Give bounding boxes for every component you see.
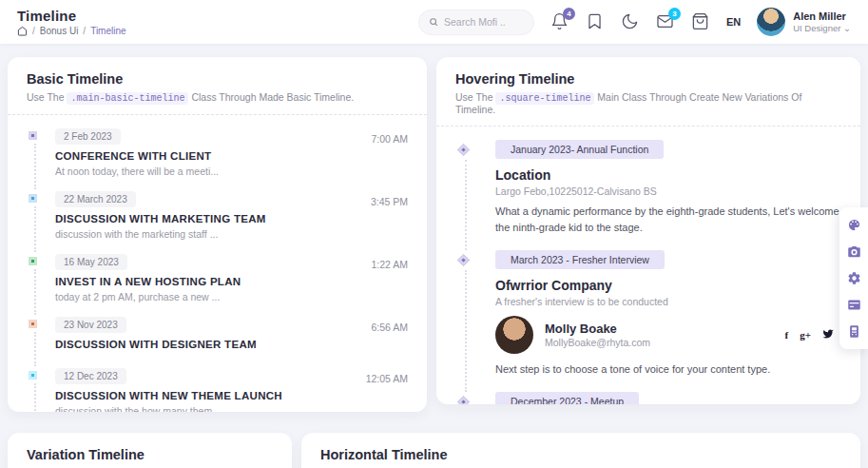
event-paragraph: Next step is to choose a tone of voice f… xyxy=(495,361,839,378)
timeline-item[interactable]: January 2023- Annual Function Location L… xyxy=(457,140,839,250)
cart-button[interactable] xyxy=(691,12,710,31)
contact-avatar xyxy=(495,316,533,354)
date-badge: 2 Feb 2023 xyxy=(55,128,121,145)
event-description: At noon today, there will be a meeti... xyxy=(55,166,371,177)
basic-card-title: Basic Timeline xyxy=(27,71,408,87)
event-title: DISCUSSION WITH MARKETING TEAM xyxy=(55,213,371,224)
basic-timeline-body: 2 Feb 2023 CONFERENCE WITH CLIENT At noo… xyxy=(8,115,427,412)
messages-button[interactable]: 3 xyxy=(656,12,675,31)
breadcrumb-separator: / xyxy=(83,26,86,36)
gear-icon[interactable] xyxy=(847,271,861,285)
hovering-card-header: Hovering Timeline Use The .square-timeli… xyxy=(436,57,860,127)
hovering-timeline-body: January 2023- Annual Function Location L… xyxy=(436,127,860,404)
event-title: DISCUSSION WITH DESIGNER TEAM xyxy=(55,339,371,350)
timeline-connector xyxy=(34,206,36,252)
facebook-icon[interactable]: f xyxy=(785,329,789,341)
date-badge: 22 March 2023 xyxy=(55,191,136,207)
timeline-connector xyxy=(34,332,36,366)
timeline-item[interactable]: 23 Nov 2023 DISCUSSION WITH DESIGNER TEA… xyxy=(27,315,408,366)
timeline-marker xyxy=(457,140,495,250)
diamond-marker xyxy=(457,254,470,266)
bookmark-button[interactable] xyxy=(586,12,605,31)
square-marker xyxy=(29,257,37,265)
event-description: today at 2 pm AM, purchase a new ... xyxy=(55,291,371,302)
period-badge[interactable]: March 2023 - Fresher Interview xyxy=(495,250,665,269)
main-content: Basic Timeline Use The .main-basic-timel… xyxy=(0,44,868,468)
shopping-bag-icon xyxy=(691,12,709,30)
timeline-item[interactable]: 2 Feb 2023 CONFERENCE WITH CLIENT At noo… xyxy=(27,127,408,189)
breadcrumb-section[interactable]: Bonus Ui xyxy=(40,26,79,36)
language-switch[interactable]: EN xyxy=(726,16,741,28)
palette-icon[interactable] xyxy=(847,218,861,232)
diamond-marker xyxy=(457,144,470,156)
timeline-marker xyxy=(27,252,55,315)
user-name: Alen Miller xyxy=(793,10,851,23)
timeline-marker xyxy=(457,250,495,392)
page-title: Timeline xyxy=(17,8,126,24)
hovering-code-snippet: .square-timeline xyxy=(495,92,594,105)
horizontal-timeline-card: Horizontal Timeline Use The square-timel… xyxy=(301,433,860,468)
chevron-down-icon: ⌄ xyxy=(843,23,851,33)
variation-timeline-card: Variation Timeline Use The .activity-dot… xyxy=(8,433,292,468)
event-heading: Location xyxy=(495,167,839,183)
camera-icon[interactable] xyxy=(847,244,861,259)
event-subheading: Largo Febo,10225012-Calvisano BS xyxy=(495,185,839,197)
event-title: DISCUSSION WITH NEW THEME LAUNCH xyxy=(55,390,366,401)
square-marker xyxy=(29,194,37,203)
event-paragraph: What a dynamic performance by the eighth… xyxy=(495,204,839,236)
timeline-item[interactable]: 22 March 2023 DISCUSSION WITH MARKETING … xyxy=(27,189,408,252)
message-badge: 3 xyxy=(668,8,681,20)
notification-button[interactable]: 4 xyxy=(550,12,569,31)
theme-customizer-rail xyxy=(839,207,868,349)
event-time: 7:00 AM xyxy=(371,127,408,189)
period-badge[interactable]: January 2023- Annual Function xyxy=(495,140,664,159)
user-avatar xyxy=(757,8,785,36)
hovering-timeline-card: Hovering Timeline Use The .square-timeli… xyxy=(436,57,860,404)
period-badge[interactable]: December 2023 - Meetup xyxy=(495,392,639,404)
search-input[interactable] xyxy=(444,16,524,28)
timeline-marker xyxy=(27,127,55,189)
variation-card-title: Variation Timeline xyxy=(27,447,273,462)
date-badge: 12 Dec 2023 xyxy=(55,368,126,384)
contact-email: MollyBoake@rhyta.com xyxy=(545,337,650,348)
basic-card-description: Use The .main-basic-timeline Class Throu… xyxy=(27,91,408,104)
timeline-marker xyxy=(457,392,495,404)
timeline-item[interactable]: 16 May 2023 INVEST IN A NEW HOSTING PLAN… xyxy=(27,252,408,315)
event-description: discussion with the how many them... xyxy=(55,405,366,412)
breadcrumb: / Bonus Ui / Timeline xyxy=(17,26,126,36)
calculator-icon[interactable] xyxy=(847,324,861,339)
basic-timeline-card: Basic Timeline Use The .main-basic-timel… xyxy=(8,57,427,412)
breadcrumb-current: Timeline xyxy=(90,26,125,36)
square-marker xyxy=(29,320,37,328)
event-heading: Ofwrrior Company xyxy=(495,278,839,293)
event-title: CONFERENCE WITH CLIENT xyxy=(55,150,371,162)
event-time: 6:56 AM xyxy=(371,315,408,366)
event-description: discussion with the marketing staff ... xyxy=(55,228,371,240)
notification-badge: 4 xyxy=(563,8,575,20)
timeline-connector xyxy=(465,270,467,392)
top-header: Timeline / Bonus Ui / Timeline 4 3 xyxy=(0,0,868,44)
timeline-marker xyxy=(27,366,55,412)
timeline-marker xyxy=(27,189,55,252)
user-menu[interactable]: Alen Miller UI Designer ⌄ xyxy=(757,8,851,36)
timeline-item[interactable]: March 2023 - Fresher Interview Ofwrrior … xyxy=(457,250,839,392)
breadcrumb-separator: / xyxy=(32,26,35,36)
timeline-item[interactable]: 12 Dec 2023 DISCUSSION WITH NEW THEME LA… xyxy=(27,366,408,412)
horizontal-card-title: Horizontal Timeline xyxy=(320,447,841,462)
date-badge: 16 May 2023 xyxy=(55,254,127,270)
user-role: UI Designer ⌄ xyxy=(793,23,851,33)
event-subheading: A fresher's interview is to be conducted xyxy=(495,296,839,307)
home-icon[interactable] xyxy=(17,26,28,36)
basic-code-snippet: .main-basic-timeline xyxy=(67,92,188,105)
search-box[interactable] xyxy=(418,10,534,35)
event-time: 1:22 AM xyxy=(371,252,408,315)
bookmark-icon xyxy=(586,12,604,30)
dark-mode-button[interactable] xyxy=(621,12,640,31)
timeline-connector xyxy=(34,144,36,189)
timeline-item[interactable]: December 2023 - Meetup US Meeting 2209 L… xyxy=(457,392,839,404)
google-plus-icon[interactable]: g+ xyxy=(800,329,811,341)
square-marker xyxy=(29,371,37,380)
wallet-icon[interactable] xyxy=(847,298,861,312)
search-icon xyxy=(429,16,438,28)
twitter-icon[interactable] xyxy=(822,328,834,341)
